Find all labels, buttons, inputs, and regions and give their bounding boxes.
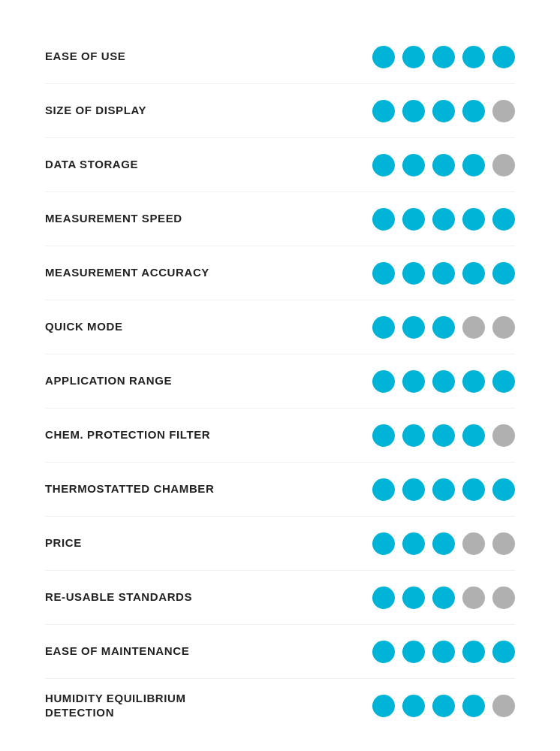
dot-ease-of-use-2 <box>402 46 425 68</box>
dot-measurement-accuracy-5 <box>492 262 515 285</box>
dot-humidity-equilibrium-detection-3 <box>432 695 455 717</box>
dot-price-3 <box>432 532 455 555</box>
feature-row-size-of-display: SIZE OF DISPLAY <box>45 84 515 138</box>
dot-size-of-display-4 <box>462 100 485 122</box>
dot-group-quick-mode <box>372 316 515 339</box>
feature-row-data-storage: DATA STORAGE <box>45 138 515 192</box>
dot-data-storage-2 <box>402 154 425 176</box>
dot-humidity-equilibrium-detection-5 <box>492 695 515 717</box>
dot-measurement-accuracy-2 <box>402 262 425 285</box>
dot-ease-of-maintenance-1 <box>372 641 395 663</box>
feature-label-measurement-speed: MEASUREMENT SPEED <box>45 212 182 226</box>
dot-thermostatted-chamber-3 <box>432 478 455 501</box>
dot-re-usable-standards-4 <box>462 587 485 609</box>
feature-row-measurement-accuracy: MEASUREMENT ACCURACY <box>45 246 515 300</box>
dot-ease-of-maintenance-2 <box>402 641 425 663</box>
dot-quick-mode-2 <box>402 316 425 339</box>
dot-ease-of-maintenance-4 <box>462 641 485 663</box>
dot-ease-of-use-4 <box>462 46 485 68</box>
feature-row-price: PRICE <box>45 517 515 571</box>
dot-size-of-display-2 <box>402 100 425 122</box>
feature-label-ease-of-use: EASE OF USE <box>45 50 125 64</box>
feature-row-thermostatted-chamber: THERMOSTATTED CHAMBER <box>45 463 515 517</box>
dot-ease-of-use-3 <box>432 46 455 68</box>
dot-quick-mode-3 <box>432 316 455 339</box>
dot-size-of-display-1 <box>372 100 395 122</box>
feature-row-ease-of-maintenance: EASE OF MAINTENANCE <box>45 625 515 679</box>
dot-thermostatted-chamber-2 <box>402 478 425 501</box>
dot-group-application-range <box>372 370 515 393</box>
feature-label-quick-mode: QUICK MODE <box>45 320 123 334</box>
dot-price-2 <box>402 532 425 555</box>
dot-group-ease-of-maintenance <box>372 641 515 663</box>
feature-label-price: PRICE <box>45 536 82 550</box>
dot-thermostatted-chamber-4 <box>462 478 485 501</box>
feature-label-ease-of-maintenance: EASE OF MAINTENANCE <box>45 644 189 659</box>
feature-label-size-of-display: SIZE OF DISPLAY <box>45 104 146 118</box>
dot-group-size-of-display <box>372 100 515 122</box>
feature-row-ease-of-use: EASE OF USE <box>45 30 515 84</box>
dot-group-re-usable-standards <box>372 587 515 609</box>
dot-group-price <box>372 532 515 555</box>
dot-measurement-speed-2 <box>402 208 425 231</box>
dot-data-storage-5 <box>492 154 515 176</box>
feature-row-chem-protection-filter: CHEM. PROTECTION FILTER <box>45 409 515 463</box>
feature-row-re-usable-standards: RE-USABLE STANDARDS <box>45 571 515 625</box>
feature-label-data-storage: DATA STORAGE <box>45 158 138 172</box>
feature-row-quick-mode: QUICK MODE <box>45 300 515 354</box>
dot-measurement-speed-5 <box>492 208 515 231</box>
feature-row-measurement-speed: MEASUREMENT SPEED <box>45 192 515 246</box>
dot-humidity-equilibrium-detection-2 <box>402 695 425 717</box>
dot-measurement-speed-4 <box>462 208 485 231</box>
dot-chem-protection-filter-3 <box>432 424 455 447</box>
dot-ease-of-maintenance-3 <box>432 641 455 663</box>
dot-chem-protection-filter-1 <box>372 424 395 447</box>
dot-chem-protection-filter-2 <box>402 424 425 447</box>
dot-quick-mode-5 <box>492 316 515 339</box>
dot-size-of-display-3 <box>432 100 455 122</box>
dot-thermostatted-chamber-1 <box>372 478 395 501</box>
dot-application-range-3 <box>432 370 455 393</box>
dot-measurement-accuracy-1 <box>372 262 395 285</box>
dot-application-range-4 <box>462 370 485 393</box>
dot-price-1 <box>372 532 395 555</box>
dot-data-storage-1 <box>372 154 395 176</box>
dot-group-humidity-equilibrium-detection <box>372 695 515 717</box>
dot-ease-of-maintenance-5 <box>492 641 515 663</box>
dot-measurement-speed-3 <box>432 208 455 231</box>
dot-application-range-2 <box>402 370 425 393</box>
dot-measurement-accuracy-3 <box>432 262 455 285</box>
feature-label-chem-protection-filter: CHEM. PROTECTION FILTER <box>45 428 210 442</box>
feature-label-thermostatted-chamber: THERMOSTATTED CHAMBER <box>45 482 214 496</box>
dot-group-data-storage <box>372 154 515 176</box>
dot-measurement-accuracy-4 <box>462 262 485 285</box>
dot-re-usable-standards-2 <box>402 587 425 609</box>
dot-group-thermostatted-chamber <box>372 478 515 501</box>
dot-chem-protection-filter-5 <box>492 424 515 447</box>
dot-re-usable-standards-3 <box>432 587 455 609</box>
dot-application-range-1 <box>372 370 395 393</box>
dot-humidity-equilibrium-detection-1 <box>372 695 395 717</box>
feature-row-application-range: APPLICATION RANGE <box>45 354 515 409</box>
dot-group-measurement-speed <box>372 208 515 231</box>
dot-re-usable-standards-5 <box>492 587 515 609</box>
dot-measurement-speed-1 <box>372 208 395 231</box>
dot-size-of-display-5 <box>492 100 515 122</box>
dot-quick-mode-1 <box>372 316 395 339</box>
dot-thermostatted-chamber-5 <box>492 478 515 501</box>
feature-row-humidity-equilibrium-detection: HUMIDITY EQUILIBRIUM DETECTION <box>45 679 515 733</box>
feature-label-application-range: APPLICATION RANGE <box>45 374 172 388</box>
dot-data-storage-3 <box>432 154 455 176</box>
dot-quick-mode-4 <box>462 316 485 339</box>
dot-price-5 <box>492 532 515 555</box>
dot-data-storage-4 <box>462 154 485 176</box>
dot-chem-protection-filter-4 <box>462 424 485 447</box>
dot-ease-of-use-5 <box>492 46 515 68</box>
feature-label-measurement-accuracy: MEASUREMENT ACCURACY <box>45 266 209 280</box>
dot-group-measurement-accuracy <box>372 262 515 285</box>
dot-humidity-equilibrium-detection-4 <box>462 695 485 717</box>
feature-label-humidity-equilibrium-detection: HUMIDITY EQUILIBRIUM DETECTION <box>45 692 186 720</box>
feature-label-re-usable-standards: RE-USABLE STANDARDS <box>45 590 192 605</box>
dot-group-chem-protection-filter <box>372 424 515 447</box>
dot-price-4 <box>462 532 485 555</box>
